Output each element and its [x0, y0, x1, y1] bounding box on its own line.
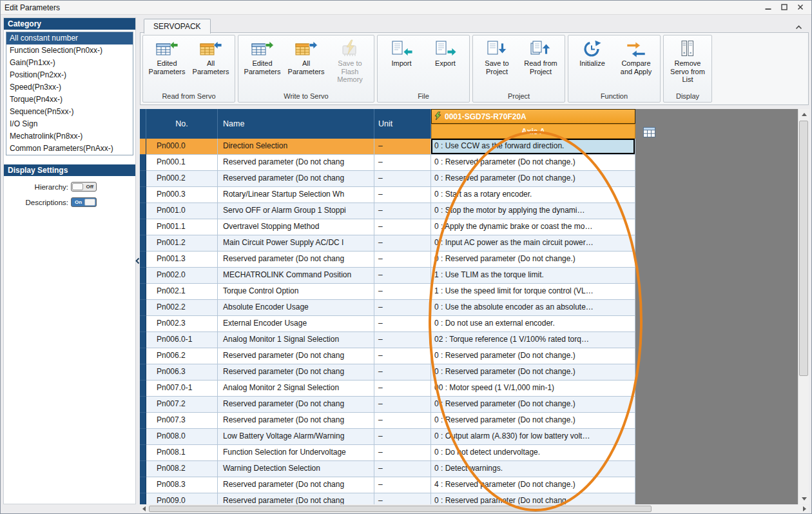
read-from-servo-all-parameters-button[interactable]: All Parameters [189, 37, 233, 91]
project-save-to-project-button[interactable]: Save to Project [475, 37, 519, 91]
param-unit-cell[interactable]: – [374, 171, 431, 187]
write-to-servo-edited-parameters-button[interactable]: Edited Parameters [240, 37, 284, 91]
param-name-cell[interactable]: Overtravel Stopping Method [218, 219, 374, 235]
param-value-cell[interactable]: 1 : Use the speed limit for torque contr… [431, 284, 635, 300]
param-no-cell[interactable]: Pn008.1 [146, 445, 218, 461]
param-no-cell[interactable]: Pn000.3 [146, 187, 218, 203]
close-button[interactable] [793, 3, 807, 13]
category-item-i-o-sign[interactable]: I/O Sign [6, 118, 133, 130]
param-no-cell[interactable]: Pn002.1 [146, 284, 218, 300]
param-unit-cell[interactable]: – [374, 413, 431, 429]
param-value-cell[interactable]: 0 : Stop the motor by applying the dynam… [431, 203, 635, 219]
param-unit-cell[interactable]: – [374, 268, 431, 284]
row-indicator-cell[interactable] [140, 252, 146, 268]
param-unit-cell[interactable]: – [374, 477, 431, 493]
add-column-button[interactable] [643, 127, 656, 138]
row-indicator-cell[interactable] [140, 332, 146, 348]
hierarchy-toggle[interactable]: Off [71, 182, 97, 192]
param-name-cell[interactable]: Reserved parameter (Do not chang [218, 477, 374, 493]
param-no-cell[interactable]: Pn001.0 [146, 203, 218, 219]
param-value-cell[interactable]: 0 : Reserved parameter (Do not chang [431, 493, 635, 504]
category-item-position-pn2xx[interactable]: Position(Pn2xx-) [6, 69, 133, 81]
param-no-cell[interactable]: Pn006.3 [146, 364, 218, 381]
read-from-servo-edited-parameters-button[interactable]: Edited Parameters [145, 37, 189, 91]
param-unit-cell[interactable]: – [374, 155, 431, 171]
param-value-cell[interactable]: 0 : Reserved parameter (Do not change.) [431, 252, 635, 268]
row-indicator-cell[interactable] [140, 348, 146, 364]
row-indicator-cell[interactable] [140, 364, 146, 381]
descriptions-toggle[interactable]: On [71, 197, 97, 207]
param-name-cell[interactable]: Reserved parameter (Do not chang [218, 252, 374, 268]
param-name-cell[interactable]: External Encoder Usage [218, 316, 374, 332]
param-no-cell[interactable]: Pn002.3 [146, 316, 218, 332]
param-no-cell[interactable]: Pn008.3 [146, 477, 218, 493]
param-name-cell[interactable]: Direction Selection [218, 139, 374, 155]
row-indicator-cell[interactable] [140, 171, 146, 187]
column-header-no[interactable]: No. [146, 109, 218, 139]
servo-model-header[interactable]: 0001-SGD7S-R70F20A [431, 109, 635, 124]
param-no-cell[interactable]: Pn007.3 [146, 413, 218, 429]
param-value-cell[interactable]: 0 : Do not use an external encoder. [431, 316, 635, 332]
row-indicator-cell[interactable] [140, 429, 146, 445]
category-item-speed-pn3xx[interactable]: Speed(Pn3xx-) [6, 81, 133, 94]
param-no-cell[interactable]: Pn006.0-1 [146, 332, 218, 348]
param-unit-cell[interactable]: – [374, 445, 431, 461]
param-name-cell[interactable]: Absolute Encoder Usage [218, 300, 374, 316]
row-indicator-cell[interactable] [140, 381, 146, 397]
param-unit-cell[interactable]: – [374, 348, 431, 364]
row-indicator-cell[interactable] [140, 203, 146, 219]
param-value-cell[interactable]: 00 : Motor speed (1 V/1,000 min-1) [431, 381, 635, 397]
row-indicator-cell[interactable] [140, 461, 146, 477]
category-item-common-parameters-pnaxx[interactable]: Common Parameters(PnAxx-) [6, 143, 133, 155]
minimize-button[interactable] [761, 3, 775, 13]
row-indicator-cell[interactable] [140, 300, 146, 316]
param-unit-cell[interactable]: – [374, 187, 431, 203]
param-no-cell[interactable]: Pn006.2 [146, 348, 218, 364]
write-to-servo-all-parameters-button[interactable]: All Parameters [284, 37, 328, 91]
project-read-from-project-button[interactable]: Read from Project [519, 37, 563, 91]
param-value-cell[interactable]: 0 : Output alarm (A.830) for low battery… [431, 429, 635, 445]
param-value-cell[interactable]: 0 : Reserved parameter (Do not change.) [431, 364, 635, 381]
param-unit-cell[interactable]: – [374, 300, 431, 316]
row-indicator-cell[interactable] [140, 477, 146, 493]
horizontal-scrollbar-thumb[interactable] [149, 506, 652, 512]
param-value-cell[interactable]: 0 : Detect warnings. [431, 461, 635, 477]
param-value-cell[interactable]: 0 : Start as a rotary encoder. [431, 187, 635, 203]
param-no-cell[interactable]: Pn002.2 [146, 300, 218, 316]
param-value-cell[interactable]: 4 : Reserved parameter (Do not change.) [431, 477, 635, 493]
param-unit-cell[interactable]: – [374, 203, 431, 219]
param-unit-cell[interactable]: – [374, 461, 431, 477]
param-no-cell[interactable]: Pn007.2 [146, 397, 218, 413]
param-unit-cell[interactable]: – [374, 493, 431, 504]
param-value-cell[interactable]: 0 : Reserved parameter (Do not change.) [431, 413, 635, 429]
horizontal-scrollbar[interactable] [140, 505, 809, 513]
param-name-cell[interactable]: MECHATROLINK Command Position [218, 268, 374, 284]
row-indicator-cell[interactable] [140, 445, 146, 461]
param-unit-cell[interactable]: – [374, 332, 431, 348]
servo-column-header[interactable]: 0001-SGD7S-R70F20A Axis A [431, 109, 635, 139]
param-name-cell[interactable]: Torque Control Option [218, 284, 374, 300]
param-no-cell[interactable]: Pn007.0-1 [146, 381, 218, 397]
row-indicator-cell[interactable] [140, 493, 146, 504]
param-value-cell[interactable]: 0 : Use the absolute encoder as an absol… [431, 300, 635, 316]
param-value-cell[interactable]: 1 : Use TLIM as the torque limit. [431, 268, 635, 284]
tab-servopack[interactable]: SERVOPACK [144, 19, 211, 34]
param-value-cell[interactable]: 0 : Reserved parameter (Do not change.) [431, 348, 635, 364]
param-name-cell[interactable]: Analog Monitor 1 Signal Selection [218, 332, 374, 348]
column-header-unit[interactable]: Unit [374, 109, 431, 139]
row-indicator-cell[interactable] [140, 155, 146, 171]
row-indicator-cell[interactable] [140, 139, 146, 155]
param-name-cell[interactable]: Analog Monitor 2 Signal Selection [218, 381, 374, 397]
maximize-button[interactable] [777, 3, 791, 13]
param-name-cell[interactable]: Reserved parameter (Do not chang [218, 348, 374, 364]
param-name-cell[interactable]: Main Circuit Power Supply AC/DC I [218, 235, 374, 252]
param-name-cell[interactable]: Reserved parameter (Do not chang [218, 155, 374, 171]
scroll-up-button[interactable] [798, 109, 809, 120]
category-item-gain-pn1xx[interactable]: Gain(Pn1xx-) [6, 57, 133, 69]
category-item-torque-pn4xx[interactable]: Torque(Pn4xx-) [6, 94, 133, 106]
param-name-cell[interactable]: Warning Detection Selection [218, 461, 374, 477]
param-unit-cell[interactable]: – [374, 364, 431, 381]
param-name-cell[interactable]: Reserved parameter (Do not chang [218, 413, 374, 429]
param-name-cell[interactable]: Rotary/Linear Startup Selection Wh [218, 187, 374, 203]
row-indicator-cell[interactable] [140, 397, 146, 413]
